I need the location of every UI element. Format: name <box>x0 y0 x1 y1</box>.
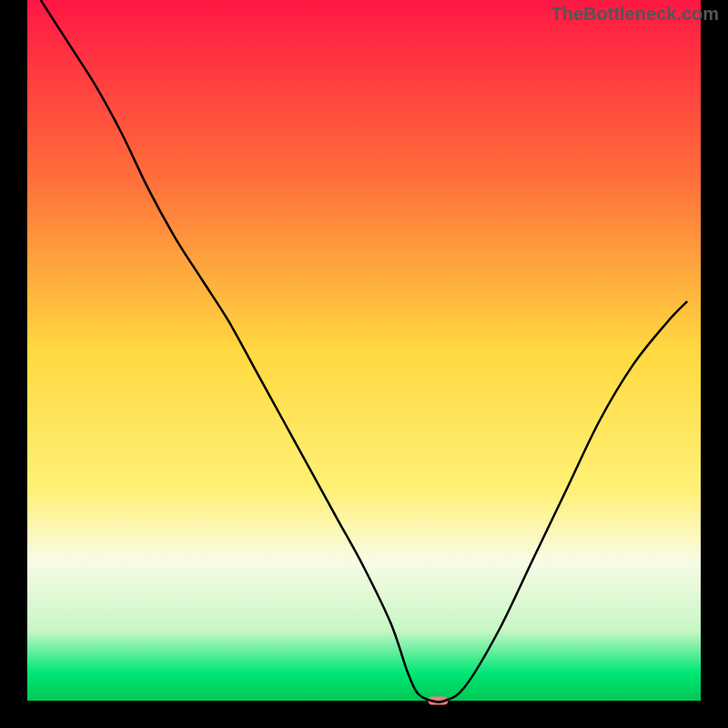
gradient-background <box>27 0 701 701</box>
border-right <box>701 0 728 728</box>
bottleneck-chart <box>0 0 728 728</box>
chart-container: TheBottleneck.com <box>0 0 728 728</box>
border-left <box>0 0 27 728</box>
watermark-text: TheBottleneck.com <box>551 4 719 25</box>
border-bottom <box>0 701 728 728</box>
